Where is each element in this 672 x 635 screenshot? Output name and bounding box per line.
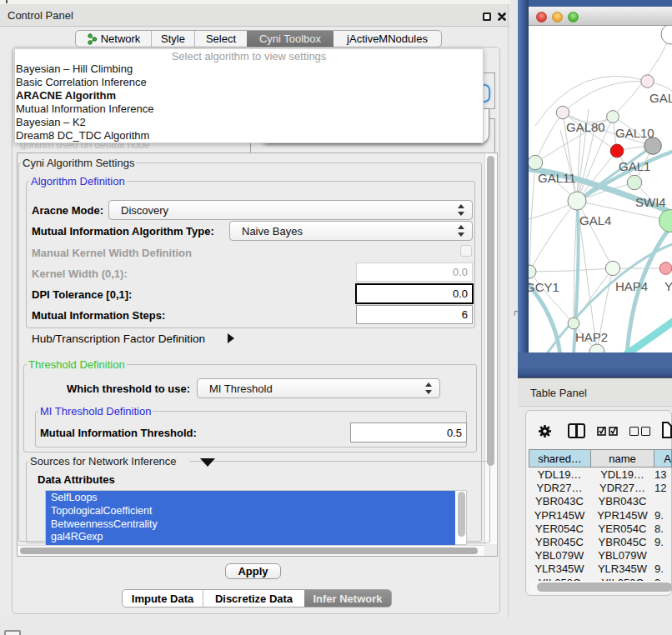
svg-text:HAP2: HAP2 [575,330,608,344]
svg-text:GCY1: GCY1 [529,280,559,294]
svg-text:GAL10: GAL10 [615,126,654,140]
svg-text:GAL7: GAL7 [649,91,672,105]
svg-text:GAL1: GAL1 [619,159,650,173]
svg-text:HAP4: HAP4 [615,279,648,293]
svg-text:GAL80: GAL80 [566,120,605,134]
svg-text:SWI4: SWI4 [635,195,666,209]
svg-text:GAL4: GAL4 [579,213,611,228]
svg-text:GAL11: GAL11 [538,171,576,185]
svg-text:YM: YM [664,279,672,293]
